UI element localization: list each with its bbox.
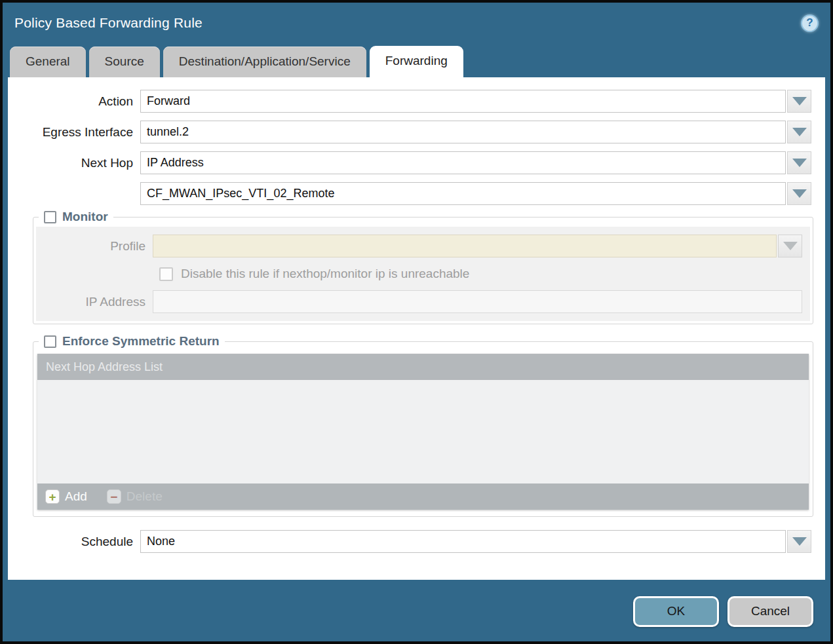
chevron-down-icon [792, 128, 807, 136]
monitor-checkbox[interactable] [44, 211, 56, 223]
monitor-ip-address-input [153, 290, 802, 313]
ok-button[interactable]: OK [633, 596, 719, 627]
schedule-row: Schedule None [8, 530, 811, 553]
action-dropdown-button[interactable] [787, 90, 811, 113]
profile-dropdown-button [778, 235, 802, 257]
next-hop-address-list-header: Next Hop Address List [37, 354, 809, 380]
chevron-down-icon [783, 242, 798, 250]
disable-rule-label: Disable this rule if nexthop/monitor ip … [181, 267, 469, 281]
tab-general[interactable]: General [10, 47, 86, 77]
egress-interface-dropdown-button[interactable] [787, 121, 811, 143]
dialog-title: Policy Based Forwarding Rule [14, 15, 801, 31]
action-input[interactable]: Forward [140, 90, 786, 113]
monitor-legend-label: Monitor [62, 210, 108, 224]
tab-destination-application-service[interactable]: Destination/Application/Service [163, 47, 366, 77]
delete-button: − Delete [107, 489, 163, 504]
disable-rule-checkbox [159, 267, 173, 281]
add-button[interactable]: + Add [45, 489, 87, 504]
next-hop-type-dropdown-button[interactable] [787, 151, 811, 174]
dialog-footer: OK Cancel [3, 581, 830, 641]
tab-bar: General Source Destination/Application/S… [3, 43, 830, 77]
profile-input [153, 235, 777, 257]
action-label: Action [8, 94, 140, 109]
chevron-down-icon [792, 189, 807, 198]
symmetric-return-legend: Enforce Symmetric Return [39, 334, 225, 349]
minus-icon: − [107, 489, 121, 504]
profile-row: Profile [36, 235, 805, 257]
next-hop-address-dropdown-button[interactable] [787, 182, 811, 205]
next-hop-row: Next Hop IP Address [8, 151, 811, 174]
schedule-dropdown-button[interactable] [787, 530, 811, 553]
monitor-panel: Profile Disable this rule if nexthop/mon… [36, 227, 810, 321]
next-hop-type-input[interactable]: IP Address [140, 151, 786, 174]
next-hop-address-input[interactable]: CF_MWAN_IPsec_VTI_02_Remote [140, 182, 786, 205]
chevron-down-icon [792, 537, 807, 546]
next-hop-address-row: CF_MWAN_IPsec_VTI_02_Remote [8, 182, 811, 205]
egress-interface-input[interactable]: tunnel.2 [140, 121, 786, 143]
help-icon[interactable]: ? [801, 14, 819, 32]
tab-source[interactable]: Source [89, 47, 160, 77]
titlebar: Policy Based Forwarding Rule ? [3, 3, 830, 43]
delete-button-label: Delete [126, 489, 163, 504]
monitor-ip-address-label: IP Address [36, 295, 153, 309]
action-row: Action Forward [8, 90, 811, 113]
next-hop-label: Next Hop [8, 156, 140, 170]
next-hop-address-list-body[interactable] [37, 380, 809, 483]
monitor-legend: Monitor [39, 210, 113, 224]
chevron-down-icon [792, 159, 807, 167]
disable-rule-row: Disable this rule if nexthop/monitor ip … [159, 267, 805, 281]
chevron-down-icon [792, 97, 807, 105]
egress-interface-label: Egress Interface [8, 125, 140, 140]
add-button-label: Add [65, 489, 87, 504]
monitor-ip-address-row: IP Address [36, 290, 805, 313]
symmetric-return-legend-label: Enforce Symmetric Return [62, 334, 220, 349]
next-hop-address-list-table: Next Hop Address List + Add − Delete [37, 354, 809, 510]
symmetric-return-checkbox[interactable] [44, 335, 56, 348]
schedule-input[interactable]: None [140, 530, 786, 553]
plus-icon: + [45, 489, 60, 504]
tab-forwarding[interactable]: Forwarding [370, 46, 463, 77]
tab-panel-forwarding: Action Forward Egress Interface tunnel.2… [8, 77, 825, 580]
pbf-rule-dialog: Policy Based Forwarding Rule ? General S… [0, 0, 833, 644]
egress-interface-row: Egress Interface tunnel.2 [8, 121, 811, 143]
schedule-label: Schedule [8, 535, 140, 549]
symmetric-return-fieldset: Enforce Symmetric Return Next Hop Addres… [33, 341, 813, 517]
next-hop-address-list-toolbar: + Add − Delete [37, 483, 809, 510]
cancel-button[interactable]: Cancel [727, 596, 813, 627]
monitor-fieldset: Monitor Profile Disable this rule if nex… [33, 217, 813, 324]
profile-label: Profile [36, 239, 153, 254]
